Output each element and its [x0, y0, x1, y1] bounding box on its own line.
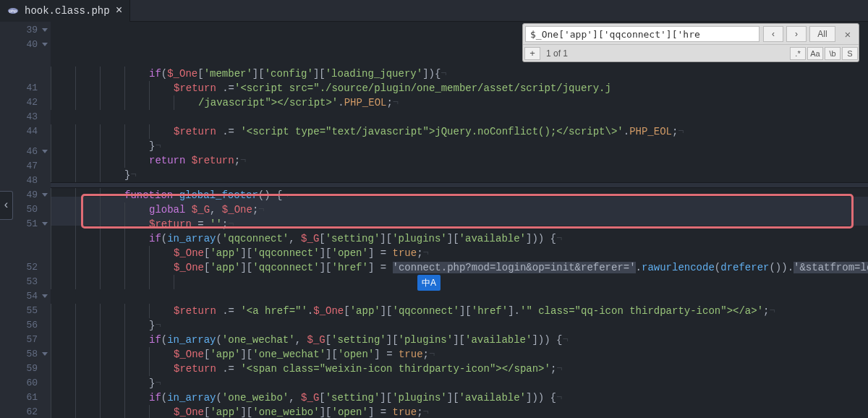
code-line[interactable]	[51, 275, 868, 289]
line-number[interactable]	[0, 246, 51, 260]
find-input[interactable]	[525, 26, 760, 42]
line-number[interactable]	[0, 139, 51, 145]
code-line[interactable]: $return .='<script src="./source/plugin/…	[51, 81, 868, 95]
svg-text:php: php	[9, 9, 17, 13]
find-status: 1 of 1	[542, 48, 789, 59]
line-number[interactable]: 42	[0, 95, 51, 110]
line-number[interactable]: 41	[0, 81, 51, 95]
code-line[interactable]: $return .= '<script type="text/javascrip…	[51, 124, 868, 139]
find-all-button[interactable]: All	[809, 26, 835, 42]
line-number[interactable]: 56	[0, 318, 51, 333]
code-line[interactable]: }¬	[51, 376, 868, 391]
code-line[interactable]: }¬	[51, 318, 868, 333]
line-number[interactable]: 59	[0, 362, 51, 376]
find-opt-regex[interactable]: .*	[790, 47, 806, 60]
code-line[interactable]	[51, 289, 868, 304]
code-line[interactable]: /javascript"></script>'.PHP_EOL;¬	[51, 95, 868, 110]
ime-indicator: 中A	[417, 275, 441, 291]
line-number[interactable]: 46	[0, 145, 51, 159]
line-number[interactable]	[0, 67, 51, 81]
code-line[interactable]: if(in_array('qqconnect', $_G['setting'][…	[51, 231, 868, 246]
tab-bar: php hook.class.php ×	[0, 0, 868, 22]
code-line[interactable]: $return = '';¬	[51, 217, 868, 231]
line-number[interactable]: 58	[0, 347, 51, 362]
code-line[interactable]: $_One['app']['qqconnect']['href'] = 'con…	[51, 260, 868, 275]
code-line[interactable]: $_One['app']['one_wechat']['open'] = tru…	[51, 347, 868, 362]
line-number[interactable]: 55	[0, 304, 51, 318]
php-file-icon: php	[7, 5, 19, 17]
find-prev-button[interactable]: ‹	[763, 26, 783, 42]
line-number[interactable]: 57	[0, 333, 51, 347]
code-line[interactable]: $return .= '<a href="'.$_One['app']['qqc…	[51, 304, 868, 318]
code-line[interactable]: $_One['app']['qqconnect']['open'] = true…	[51, 246, 868, 260]
line-number[interactable]: 43	[0, 110, 51, 124]
line-number[interactable]: 52	[0, 260, 51, 275]
find-next-button[interactable]: ›	[786, 26, 807, 42]
tab-close-icon[interactable]: ×	[116, 5, 123, 17]
code-line[interactable]: return $return;¬	[51, 153, 868, 168]
find-expand-button[interactable]: +	[524, 47, 540, 60]
find-close-button[interactable]: ×	[840, 26, 856, 42]
line-number[interactable]: 61	[0, 391, 51, 405]
line-number-gutter[interactable]: 3940414243444647484950515253545556575859…	[0, 22, 51, 418]
line-number[interactable]: 40	[0, 38, 51, 52]
line-number[interactable]: 44	[0, 124, 51, 139]
find-panel: ‹ › All × + 1 of 1 .* Aa \b S	[522, 23, 859, 62]
line-number[interactable]: 60	[0, 376, 51, 391]
tab-filename: hook.class.php	[25, 5, 110, 17]
code-line[interactable]: if(in_array('one_wechat', $_G['setting']…	[51, 333, 868, 347]
find-opt-case[interactable]: Aa	[807, 47, 823, 60]
find-opt-word[interactable]: \b	[825, 47, 841, 60]
code-line[interactable]: global $_G, $_One;¬	[51, 202, 868, 217]
code-line[interactable]	[51, 110, 868, 124]
line-number[interactable]: 47	[0, 159, 51, 174]
code-line[interactable]: $_One['app']['one_weibo']['open'] = true…	[51, 405, 868, 418]
line-number[interactable]: 54	[0, 289, 51, 304]
code-line[interactable]: if($_One['member']['config']['loading_jq…	[51, 67, 868, 81]
line-number[interactable]: 39	[0, 23, 51, 38]
line-number[interactable]: 62	[0, 405, 51, 418]
code-line[interactable]: }¬	[51, 139, 868, 153]
code-line[interactable]: }¬	[51, 168, 868, 182]
line-number[interactable]: 48	[0, 174, 51, 188]
find-opt-selection[interactable]: S	[842, 47, 858, 60]
line-number[interactable]: 53	[0, 275, 51, 289]
code-line[interactable]: if(in_array('one_weibo', $_G['setting'][…	[51, 391, 868, 405]
panel-drag-handle[interactable]	[0, 191, 13, 220]
code-line[interactable]: function global_footer() {¬	[51, 188, 868, 202]
code-line[interactable]: $return .= '<span class="weixin-icon thi…	[51, 362, 868, 376]
code-area[interactable]: if($_One['member']['config']['loading_jq…	[51, 22, 868, 418]
tab-file[interactable]: php hook.class.php ×	[0, 0, 130, 22]
